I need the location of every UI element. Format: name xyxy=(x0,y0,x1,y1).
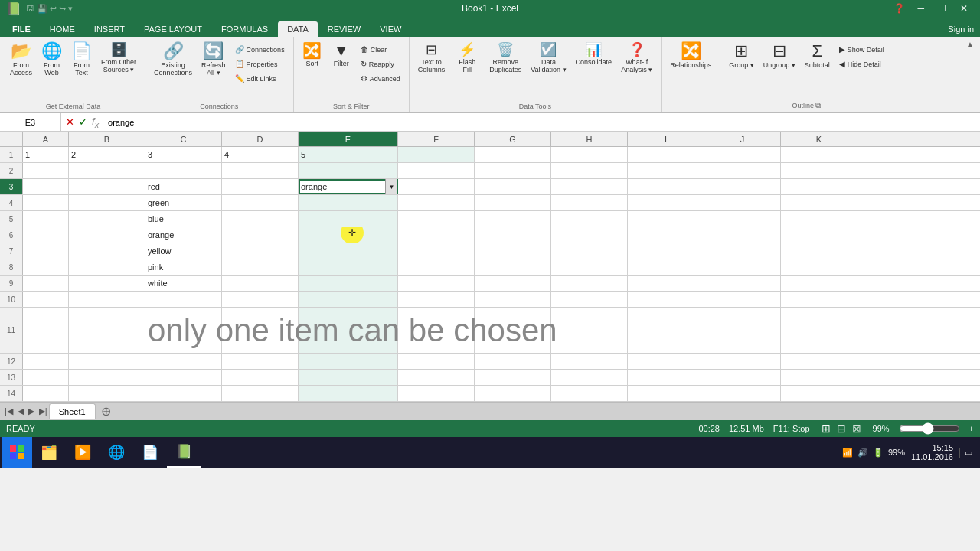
cell-g10[interactable] xyxy=(475,292,551,307)
cell-i9[interactable] xyxy=(628,276,704,291)
existing-connections-button[interactable]: 🔗 ExistingConnections xyxy=(150,40,196,80)
cell-f9[interactable] xyxy=(398,276,475,291)
cell-g14[interactable] xyxy=(475,386,551,401)
cell-b5[interactable] xyxy=(69,211,145,227)
cell-b12[interactable] xyxy=(69,354,145,369)
from-access-button[interactable]: 📂 FromAccess xyxy=(6,40,36,80)
sheet-nav-prev[interactable]: ◀ xyxy=(16,406,25,416)
formula-input[interactable]: orange xyxy=(103,118,980,127)
cancel-formula-btn[interactable]: ✕ xyxy=(64,116,76,128)
cell-i10[interactable] xyxy=(628,292,704,307)
cell-d6[interactable] xyxy=(222,227,299,243)
cell-g3[interactable] xyxy=(475,179,551,194)
cell-i5[interactable] xyxy=(628,211,704,227)
cell-g13[interactable] xyxy=(475,370,551,385)
cell-d14[interactable] xyxy=(222,386,299,401)
ungroup-button[interactable]: ⊟ Ungroup ▾ xyxy=(760,40,799,72)
cell-e1[interactable]: 5 xyxy=(299,147,398,162)
tab-review[interactable]: REVIEW xyxy=(318,21,370,37)
col-header-h[interactable]: H xyxy=(551,132,628,146)
cell-b11[interactable] xyxy=(69,308,145,353)
tab-page-layout[interactable]: PAGE LAYOUT xyxy=(135,21,211,37)
cell-h6[interactable] xyxy=(551,227,628,243)
cell-h13[interactable] xyxy=(551,370,628,385)
cell-b14[interactable] xyxy=(69,386,145,401)
cell-g4[interactable] xyxy=(475,195,551,210)
sort-button[interactable]: 🔀 Sort xyxy=(299,40,326,70)
cell-g12[interactable] xyxy=(475,354,551,369)
properties-button[interactable]: 📋Properties xyxy=(231,57,289,70)
cell-h1[interactable] xyxy=(551,147,628,162)
cell-a6[interactable] xyxy=(23,227,69,243)
cell-i1[interactable] xyxy=(628,147,704,162)
cell-a3[interactable] xyxy=(23,179,69,194)
cell-k14[interactable] xyxy=(781,386,858,401)
cell-e5[interactable] xyxy=(299,211,398,227)
cell-c14[interactable] xyxy=(145,386,222,401)
cell-c5[interactable]: blue xyxy=(145,211,222,227)
cell-j3[interactable] xyxy=(704,179,781,194)
cell-g2[interactable] xyxy=(475,163,551,178)
cell-f6[interactable] xyxy=(398,227,475,243)
cell-f8[interactable] xyxy=(398,259,475,275)
cell-i7[interactable] xyxy=(628,243,704,259)
cell-j8[interactable] xyxy=(704,259,781,275)
cell-i11[interactable] xyxy=(628,308,704,353)
cell-c3[interactable]: red xyxy=(145,179,222,194)
cell-d5[interactable] xyxy=(222,211,299,227)
show-desktop-btn[interactable]: ▭ xyxy=(959,448,972,458)
page-layout-view-btn[interactable]: ⊟ xyxy=(835,422,848,435)
cell-i8[interactable] xyxy=(628,259,704,275)
col-header-a[interactable]: A xyxy=(23,132,69,146)
restore-btn[interactable]: ☐ xyxy=(932,3,952,14)
cell-e3[interactable]: orange ▼ xyxy=(299,179,398,194)
row-num-4[interactable]: 4 xyxy=(0,195,23,210)
col-header-d[interactable]: D xyxy=(222,132,299,146)
cell-g1[interactable] xyxy=(475,147,551,162)
row-num-2[interactable]: 2 xyxy=(0,163,23,178)
taskbar-browser-chrome[interactable]: 🌐 xyxy=(100,437,133,468)
data-validation-button[interactable]: ☑️ DataValidation ▾ xyxy=(527,40,570,77)
cell-d2[interactable] xyxy=(222,163,299,178)
row-num-8[interactable]: 8 xyxy=(0,259,23,275)
cell-e4[interactable] xyxy=(299,195,398,210)
col-header-g[interactable]: G xyxy=(475,132,551,146)
col-header-e[interactable]: E xyxy=(299,132,398,146)
cell-b3[interactable] xyxy=(69,179,145,194)
tab-file[interactable]: FILE xyxy=(3,21,40,37)
cell-k10[interactable] xyxy=(781,292,858,307)
cell-dropdown-btn[interactable]: ▼ xyxy=(385,179,397,194)
cell-c13[interactable] xyxy=(145,370,222,385)
what-if-analysis-button[interactable]: ❓ What-IfAnalysis ▾ xyxy=(617,40,656,77)
row-num-13[interactable]: 13 xyxy=(0,370,23,385)
cell-b1[interactable]: 2 xyxy=(69,147,145,162)
cell-a2[interactable] xyxy=(23,163,69,178)
help-btn[interactable]: ❓ xyxy=(889,3,910,14)
col-header-c[interactable]: C xyxy=(145,132,222,146)
cell-c4[interactable]: green xyxy=(145,195,222,210)
cell-d13[interactable] xyxy=(222,370,299,385)
reapply-button[interactable]: ↻Reapply xyxy=(357,57,404,70)
cell-b10[interactable] xyxy=(69,292,145,307)
from-text-button[interactable]: 📄 FromText xyxy=(67,40,96,80)
cell-b7[interactable] xyxy=(69,243,145,259)
tab-home[interactable]: HOME xyxy=(41,21,84,37)
cell-a1[interactable]: 1 xyxy=(23,147,69,162)
cell-e12[interactable] xyxy=(299,354,398,369)
sheet-nav-last[interactable]: ▶| xyxy=(38,406,49,416)
select-all-btn[interactable] xyxy=(0,132,23,146)
cell-j9[interactable] xyxy=(704,276,781,291)
text-to-columns-button[interactable]: ⊟ Text toColumns xyxy=(414,40,449,77)
cell-a12[interactable] xyxy=(23,354,69,369)
cell-a11[interactable] xyxy=(23,308,69,353)
start-button[interactable] xyxy=(2,437,32,468)
name-box[interactable]: E3 xyxy=(0,113,61,131)
cell-j2[interactable] xyxy=(704,163,781,178)
cell-b8[interactable] xyxy=(69,259,145,275)
from-other-sources-button[interactable]: 🗄️ From OtherSources ▾ xyxy=(97,40,140,77)
cell-d4[interactable] xyxy=(222,195,299,210)
relationships-button[interactable]: 🔀 Relationships xyxy=(666,40,715,72)
cell-f3[interactable] xyxy=(398,179,475,194)
cell-d3[interactable] xyxy=(222,179,299,194)
cell-j14[interactable] xyxy=(704,386,781,401)
